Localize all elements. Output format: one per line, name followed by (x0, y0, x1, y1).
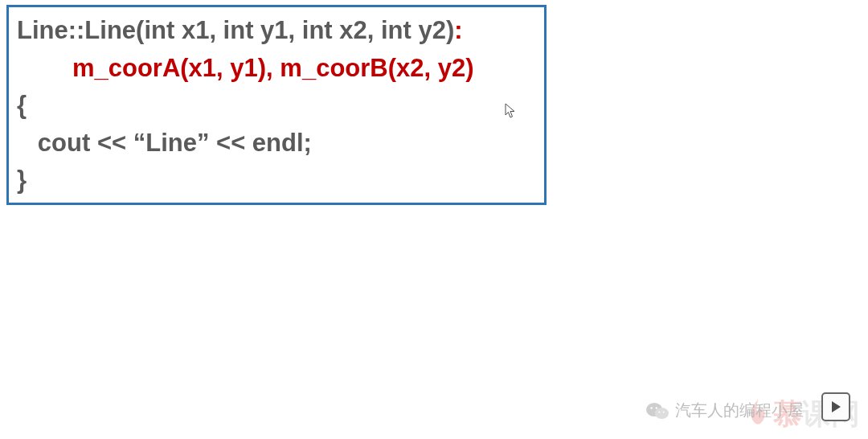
svg-point-1 (655, 408, 669, 419)
watermark-text: 汽车人的编程小屋 (675, 400, 804, 421)
code-line-4: cout << “Line” << endl; (17, 125, 536, 162)
svg-point-4 (658, 411, 660, 412)
wechat-watermark: 汽车人的编程小屋 (646, 400, 804, 421)
play-icon (830, 400, 841, 413)
play-button[interactable] (821, 392, 850, 421)
code-line-2: m_coorA(x1, y1), m_coorB(x2, y2) (17, 50, 536, 88)
code-seg-1a: Line::Line(int x1, int y1, int x2, int y… (17, 16, 454, 44)
svg-point-3 (656, 407, 657, 408)
code-seg-1b: : (454, 16, 462, 44)
wechat-icon (646, 401, 669, 421)
code-line-3: { (17, 87, 536, 125)
svg-marker-6 (832, 401, 841, 412)
code-line-5: } (17, 162, 536, 199)
svg-point-5 (663, 411, 665, 412)
code-line-1: Line::Line(int x1, int y1, int x2, int y… (17, 12, 536, 50)
code-box: Line::Line(int x1, int y1, int x2, int y… (6, 5, 547, 205)
svg-point-2 (650, 407, 652, 408)
